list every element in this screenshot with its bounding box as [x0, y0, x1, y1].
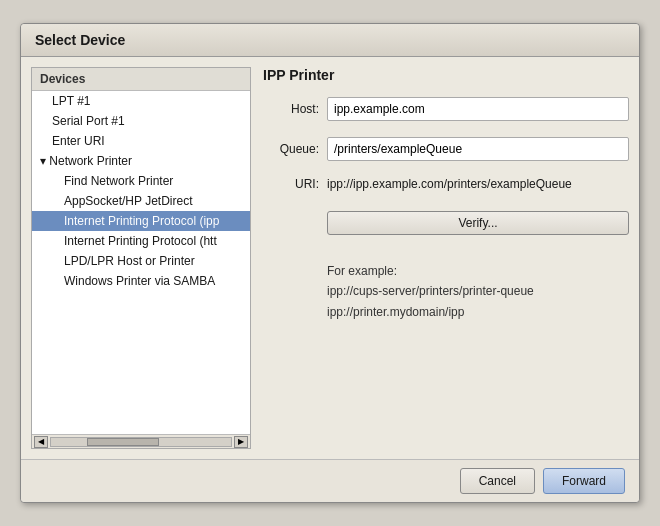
device-item-lpd[interactable]: LPD/LPR Host or Printer [32, 251, 250, 271]
verify-button[interactable]: Verify... [327, 211, 629, 235]
example-text: For example: ipp://cups-server/printers/… [327, 261, 629, 322]
devices-list: LPT #1 Serial Port #1 Enter URI ▾ Networ… [32, 91, 250, 434]
uri-row: URI: ipp://ipp.example.com/printers/exam… [263, 177, 629, 191]
device-item-enter-uri[interactable]: Enter URI [32, 131, 250, 151]
dialog-footer: Cancel Forward [21, 459, 639, 502]
forward-button[interactable]: Forward [543, 468, 625, 494]
host-input[interactable] [327, 97, 629, 121]
device-item-samba[interactable]: Windows Printer via SAMBA [32, 271, 250, 291]
queue-row: Queue: [263, 137, 629, 161]
device-item-network-printer[interactable]: ▾ Network Printer [32, 151, 250, 171]
select-device-dialog: Select Device Devices LPT #1 Serial Port… [20, 23, 640, 503]
devices-panel: Devices LPT #1 Serial Port #1 Enter URI … [31, 67, 251, 449]
horizontal-scrollbar[interactable]: ◀ ▶ [32, 434, 250, 448]
dialog-body: Devices LPT #1 Serial Port #1 Enter URI … [21, 57, 639, 459]
example-line1: ipp://cups-server/printers/printer-queue [327, 284, 534, 298]
right-panel: IPP Printer Host: Queue: URI: ipp://ipp.… [263, 67, 629, 449]
panel-title: IPP Printer [263, 67, 629, 83]
device-item-serial1[interactable]: Serial Port #1 [32, 111, 250, 131]
dialog-title: Select Device [21, 24, 639, 57]
device-item-find-network[interactable]: Find Network Printer [32, 171, 250, 191]
scroll-track[interactable] [50, 437, 232, 447]
device-item-ipp[interactable]: Internet Printing Protocol (ipp [32, 211, 250, 231]
host-row: Host: [263, 97, 629, 121]
cancel-button[interactable]: Cancel [460, 468, 535, 494]
devices-header: Devices [32, 68, 250, 91]
uri-label: URI: [263, 177, 319, 191]
scroll-left-button[interactable]: ◀ [34, 436, 48, 448]
uri-value: ipp://ipp.example.com/printers/exampleQu… [327, 177, 629, 191]
device-item-lpt1[interactable]: LPT #1 [32, 91, 250, 111]
example-line2: ipp://printer.mydomain/ipp [327, 305, 464, 319]
host-label: Host: [263, 102, 319, 116]
scroll-thumb[interactable] [87, 438, 159, 446]
queue-label: Queue: [263, 142, 319, 156]
device-item-appsocket[interactable]: AppSocket/HP JetDirect [32, 191, 250, 211]
device-item-http[interactable]: Internet Printing Protocol (htt [32, 231, 250, 251]
queue-input[interactable] [327, 137, 629, 161]
example-title: For example: [327, 264, 397, 278]
scroll-right-button[interactable]: ▶ [234, 436, 248, 448]
